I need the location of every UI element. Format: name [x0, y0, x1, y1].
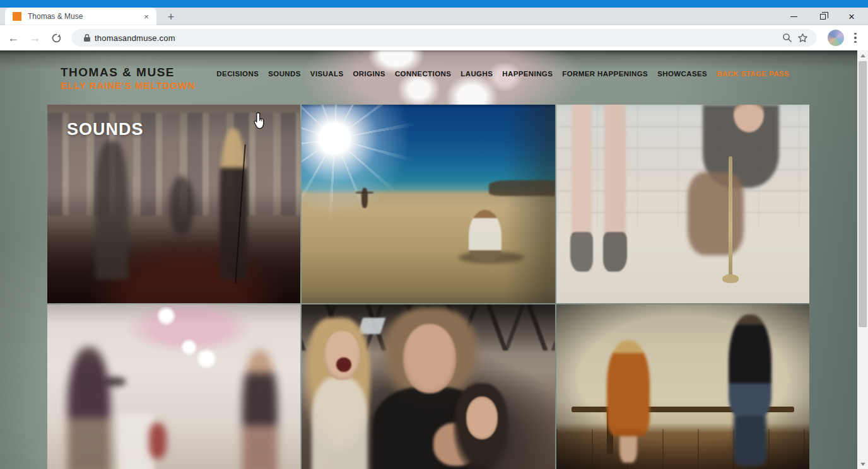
woman-orange-cardigan-figure: [607, 340, 650, 436]
window-controls: ×: [787, 8, 864, 25]
grimacing-woman-face: [466, 397, 498, 439]
gallery-tile-faces-selfie[interactable]: [302, 304, 554, 469]
lace-dress: [312, 377, 367, 469]
sun-rays: [302, 105, 429, 233]
lock-icon: [83, 33, 91, 42]
nav-item-connections[interactable]: CONNECTIONS: [395, 70, 451, 78]
close-icon: ×: [848, 11, 855, 22]
scroll-up-arrow[interactable]: [857, 50, 868, 61]
seated-trumpeter-figure: [469, 210, 501, 262]
blurred-woman-figure: [242, 350, 278, 469]
nav-item-showcases[interactable]: SHOWCASES: [657, 70, 707, 78]
singer-figure: [220, 129, 247, 279]
address-bar[interactable]: thomasandmuse.com: [72, 29, 816, 47]
open-mouth: [336, 357, 351, 372]
nav-item-decisions[interactable]: DECISIONS: [216, 70, 259, 78]
menu-dot: [854, 41, 857, 43]
window-accent-strip: [0, 0, 868, 8]
forward-button: →: [26, 30, 43, 46]
scroll-down-arrow[interactable]: [857, 459, 868, 469]
gallery-tile-live-performance[interactable]: SOUNDS: [47, 105, 300, 303]
gallery-tile-wall-portrait[interactable]: [556, 105, 809, 303]
restore-button[interactable]: [816, 10, 829, 23]
blurred-man-figure: [67, 347, 110, 469]
star-icon: [797, 33, 808, 43]
site-brand: THOMAS & MUSE ELLY RAINE'S MELTDOWN: [61, 66, 195, 91]
gallery-tile-beach[interactable]: [302, 105, 554, 303]
washed-haze-overlay: [556, 105, 809, 303]
standing-figure: [361, 188, 368, 208]
wood-floor: [556, 429, 809, 469]
nav-item-happenings[interactable]: HAPPENINGS: [502, 70, 553, 78]
scrollbar-thumb[interactable]: [859, 61, 867, 327]
browser-toolbar: ← → thomasandmuse.com: [0, 25, 868, 50]
screaming-woman-face: [324, 331, 360, 380]
tab-title: Thomas & Muse: [28, 12, 141, 21]
close-window-button[interactable]: ×: [845, 10, 858, 23]
back-button[interactable]: ←: [5, 30, 21, 46]
url-text[interactable]: thomasandmuse.com: [95, 33, 175, 43]
site-title[interactable]: THOMAS & MUSE: [61, 66, 195, 79]
nav-item-former-happenings[interactable]: FORMER HAPPENINGS: [562, 70, 648, 78]
tile-overlay-label: SOUNDS: [67, 120, 144, 139]
menu-dot: [854, 37, 857, 39]
nav-item-laughs[interactable]: LAUGHS: [460, 70, 493, 78]
gallery-tile-blurred-room[interactable]: [47, 304, 300, 469]
minimize-icon: [790, 16, 797, 17]
webpage-viewport: THOMAS & MUSE ELLY RAINE'S MELTDOWN DECI…: [0, 50, 868, 469]
tab-close-icon[interactable]: ×: [141, 11, 151, 21]
man-face: [403, 324, 456, 393]
man-jeans-legs: [734, 410, 766, 466]
nav-item-back-stage-pass[interactable]: BACK STAGE PASS: [717, 70, 789, 78]
main-navigation: DECISIONS SOUNDS VISUALS ORIGINS CONNECT…: [216, 70, 789, 78]
reload-button[interactable]: [48, 30, 64, 46]
man-black-jacket-figure: [729, 315, 771, 417]
site-subtitle: ELLY RAINE'S MELTDOWN: [61, 80, 195, 91]
photo-gallery: SOUNDS: [47, 105, 809, 469]
browser-menu-button[interactable]: [849, 30, 862, 46]
new-tab-button[interactable]: +: [163, 9, 179, 25]
reload-icon: [51, 33, 62, 43]
browser-tab[interactable]: Thomas & Muse ×: [5, 8, 156, 25]
blurred-trumpet: [103, 377, 126, 387]
zoom-page-button[interactable]: [780, 30, 795, 45]
page-scrollbar[interactable]: [857, 50, 868, 469]
nav-item-sounds[interactable]: SOUNDS: [268, 70, 301, 78]
cliffs: [489, 180, 554, 196]
nav-item-visuals[interactable]: VISUALS: [310, 70, 344, 78]
drummer-figure: [169, 176, 194, 236]
profile-avatar[interactable]: [828, 30, 844, 46]
trumpet-player-figure: [95, 141, 128, 280]
restore-icon: [820, 14, 826, 20]
red-object: [149, 423, 167, 459]
tab-strip: Thomas & Muse × + ×: [0, 8, 868, 25]
nav-item-origins[interactable]: ORIGINS: [353, 70, 385, 78]
menu-dot: [854, 33, 857, 35]
site-favicon: [13, 12, 21, 21]
gallery-tile-bench[interactable]: [556, 304, 809, 469]
bookmark-button[interactable]: [795, 30, 810, 45]
magnifier-icon: [782, 33, 792, 43]
minimize-button[interactable]: [787, 10, 800, 23]
